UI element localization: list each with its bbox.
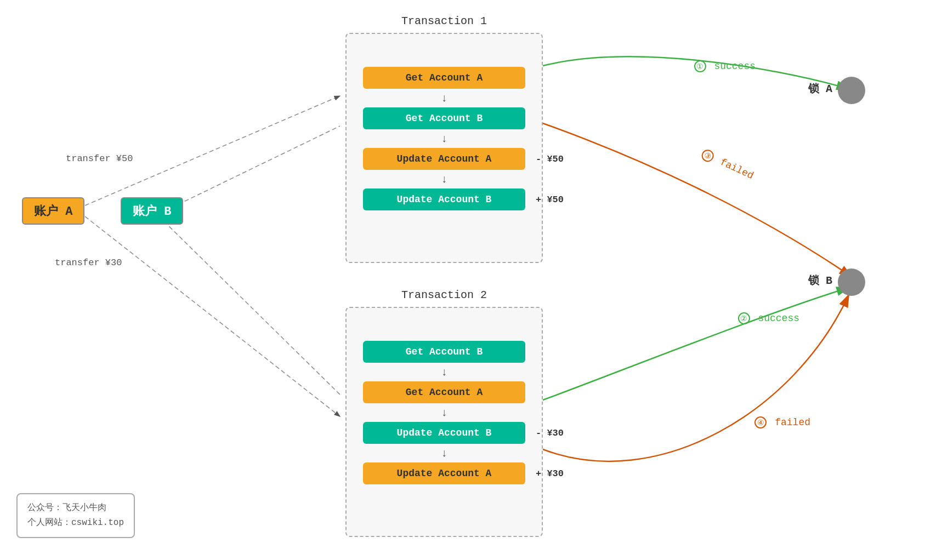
transaction-1-title: Transaction 1 xyxy=(347,15,542,27)
transaction-2-title: Transaction 2 xyxy=(347,289,542,301)
svg-line-6 xyxy=(85,216,340,416)
transaction-1-ops: Get Account A ↓ Get Account B ↓ Update A… xyxy=(363,67,525,215)
t1-arrow-3: ↓ xyxy=(363,174,525,185)
svg-line-7 xyxy=(159,216,340,395)
transfer-label-2: transfer ¥30 xyxy=(55,258,122,268)
t2-arrow-2: ↓ xyxy=(363,408,525,419)
transfer-label-1: transfer ¥50 xyxy=(66,153,133,164)
lock-a-node xyxy=(838,77,865,104)
account-b-box: 账户 B xyxy=(121,197,183,225)
transaction-1-box: Transaction 1 Get Account A ↓ Get Accoun… xyxy=(345,33,543,263)
t1-amount-1: - ¥50 xyxy=(536,154,564,164)
main-canvas: 账户 A 账户 B transfer ¥50 transfer ¥30 Tran… xyxy=(0,0,942,560)
transaction-2-ops: Get Account B ↓ Get Account A ↓ Update A… xyxy=(363,341,525,489)
arrow-1-label: ① success xyxy=(694,60,756,72)
arrow-3-label: ③ failed xyxy=(700,148,755,182)
t1-op-2: Get Account B xyxy=(363,107,525,129)
t1-op-1: Get Account A xyxy=(363,67,525,89)
lock-b-label: 锁 B xyxy=(808,273,832,288)
arrow-4-label: ④ failed xyxy=(754,416,810,428)
t2-op-4: Update Account A + ¥30 xyxy=(363,462,525,484)
arrow-2-label: ② success xyxy=(738,312,799,324)
watermark-line1: 公众号：飞天小牛肉 xyxy=(27,501,124,516)
t2-amount-1: - ¥30 xyxy=(536,428,564,438)
t2-op-2: Get Account A xyxy=(363,381,525,403)
account-a-box: 账户 A xyxy=(22,197,84,225)
account-b-label: 账户 B xyxy=(133,203,171,219)
t1-op-4: Update Account B + ¥50 xyxy=(363,188,525,210)
watermark-box: 公众号：飞天小牛肉 个人网站：cswiki.top xyxy=(16,493,135,538)
watermark-line2: 个人网站：cswiki.top xyxy=(27,516,124,530)
t1-op-3: Update Account A - ¥50 xyxy=(363,148,525,170)
lock-b-node xyxy=(838,268,865,296)
svg-line-4 xyxy=(85,96,340,205)
t2-op-1: Get Account B xyxy=(363,341,525,363)
t2-amount-2: + ¥30 xyxy=(536,468,564,479)
t2-arrow-3: ↓ xyxy=(363,448,525,459)
t2-op-3: Update Account B - ¥30 xyxy=(363,422,525,444)
t1-amount-2: + ¥50 xyxy=(536,195,564,205)
svg-line-5 xyxy=(159,126,340,214)
t1-arrow-1: ↓ xyxy=(363,93,525,104)
lock-a-label: 锁 A xyxy=(808,81,832,96)
t2-arrow-1: ↓ xyxy=(363,367,525,378)
transaction-2-box: Transaction 2 Get Account B ↓ Get Accoun… xyxy=(345,307,543,537)
t1-arrow-2: ↓ xyxy=(363,134,525,145)
account-a-label: 账户 A xyxy=(34,203,72,219)
